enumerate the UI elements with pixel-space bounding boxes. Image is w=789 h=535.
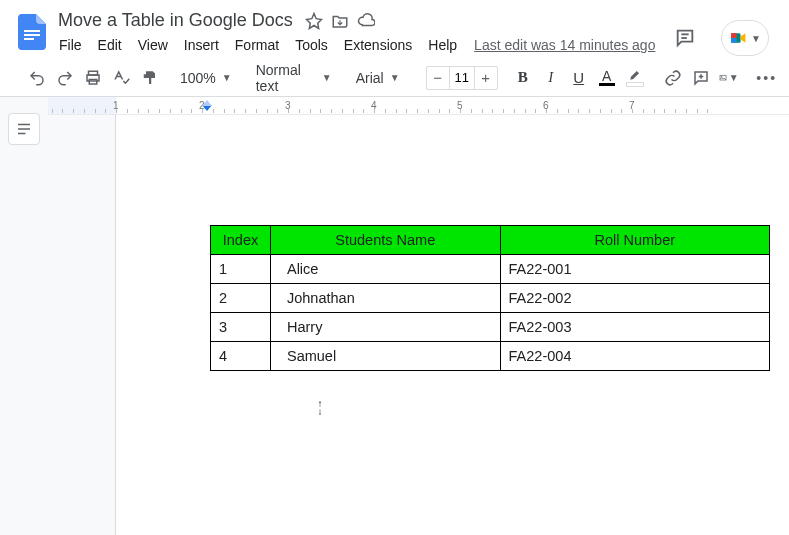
star-icon[interactable] [305, 12, 323, 30]
font-size-increase[interactable]: + [475, 67, 497, 89]
arrow-down-icon: ↓ [318, 408, 323, 416]
table-row[interactable]: 4SamuelFA22-004 [211, 342, 770, 371]
document-title[interactable]: Move a Table in Google Docs [54, 10, 297, 31]
bold-button[interactable]: B [510, 65, 536, 91]
meet-button[interactable]: ▼ [721, 20, 769, 56]
table-header-row[interactable]: Index Students Name Roll Number [211, 226, 770, 255]
font-family-value: Arial [356, 70, 384, 86]
zoom-value: 100% [180, 70, 216, 86]
cell-roll[interactable]: FA22-004 [500, 342, 769, 371]
font-size-group: − + [426, 66, 498, 90]
chevron-down-icon: ▼ [390, 72, 400, 83]
undo-button[interactable] [24, 65, 50, 91]
svg-rect-7 [731, 38, 737, 43]
insert-image-button[interactable]: ▼ [716, 65, 742, 91]
document-page[interactable]: Index Students Name Roll Number 1AliceFA… [116, 115, 789, 535]
row-resize-handle[interactable]: ↑ ↓ [312, 397, 328, 419]
font-size-input[interactable] [449, 67, 475, 89]
docs-logo-icon[interactable] [14, 14, 50, 50]
chevron-down-icon: ▼ [222, 72, 232, 83]
last-edit-link[interactable]: Last edit was 14 minutes ago [474, 37, 655, 53]
cloud-status-icon[interactable] [357, 12, 375, 30]
font-size-decrease[interactable]: − [427, 67, 449, 89]
zoom-select[interactable]: 100%▼ [174, 65, 238, 91]
cell-name[interactable]: Samuel [270, 342, 500, 371]
cell-roll[interactable]: FA22-001 [500, 255, 769, 284]
italic-button[interactable]: I [538, 65, 564, 91]
cell-name[interactable]: Harry [270, 313, 500, 342]
highlight-color-button[interactable] [622, 65, 648, 91]
menu-format[interactable]: Format [228, 35, 286, 55]
document-outline-button[interactable] [8, 113, 40, 145]
cell-index[interactable]: 1 [211, 255, 271, 284]
cell-name[interactable]: Alice [270, 255, 500, 284]
paragraph-style-select[interactable]: Normal text▼ [250, 65, 338, 91]
content-table[interactable]: Index Students Name Roll Number 1AliceFA… [210, 225, 770, 371]
menu-file[interactable]: File [52, 35, 89, 55]
horizontal-ruler[interactable]: 1234567 [48, 97, 789, 115]
menu-help[interactable]: Help [421, 35, 464, 55]
paragraph-style-value: Normal text [256, 62, 316, 94]
menu-edit[interactable]: Edit [91, 35, 129, 55]
chevron-down-icon: ▼ [729, 72, 739, 83]
text-color-button[interactable]: A [594, 65, 620, 91]
insert-link-button[interactable] [660, 65, 686, 91]
header-roll[interactable]: Roll Number [500, 226, 769, 255]
cell-roll[interactable]: FA22-003 [500, 313, 769, 342]
svg-rect-1 [24, 34, 40, 36]
cell-index[interactable]: 3 [211, 313, 271, 342]
menu-extensions[interactable]: Extensions [337, 35, 419, 55]
more-toolbar-button[interactable]: ••• [754, 65, 780, 91]
add-comment-button[interactable] [688, 65, 714, 91]
move-to-folder-icon[interactable] [331, 12, 349, 30]
chevron-down-icon: ▼ [751, 33, 761, 44]
table-row[interactable]: 2JohnathanFA22-002 [211, 284, 770, 313]
menu-view[interactable]: View [131, 35, 175, 55]
underline-button[interactable]: U [566, 65, 592, 91]
comments-history-icon[interactable] [665, 18, 705, 58]
spellcheck-button[interactable] [108, 65, 134, 91]
table-row[interactable]: 1AliceFA22-001 [211, 255, 770, 284]
cell-roll[interactable]: FA22-002 [500, 284, 769, 313]
redo-button[interactable] [52, 65, 78, 91]
cell-index[interactable]: 2 [211, 284, 271, 313]
svg-rect-0 [24, 30, 40, 32]
svg-rect-6 [731, 33, 737, 38]
table-row[interactable]: 3HarryFA22-003 [211, 313, 770, 342]
cell-index[interactable]: 4 [211, 342, 271, 371]
font-family-select[interactable]: Arial▼ [350, 65, 414, 91]
indent-marker[interactable] [202, 105, 212, 111]
cell-name[interactable]: Johnathan [270, 284, 500, 313]
menu-tools[interactable]: Tools [288, 35, 335, 55]
chevron-down-icon: ▼ [322, 72, 332, 83]
header-name[interactable]: Students Name [270, 226, 500, 255]
header-index[interactable]: Index [211, 226, 271, 255]
svg-rect-2 [24, 38, 34, 40]
menu-insert[interactable]: Insert [177, 35, 226, 55]
paint-format-button[interactable] [136, 65, 162, 91]
print-button[interactable] [80, 65, 106, 91]
